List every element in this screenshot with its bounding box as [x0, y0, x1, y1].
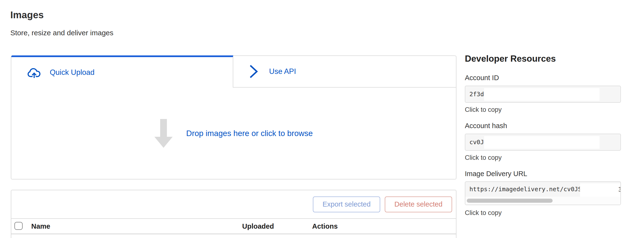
image-delivery-url-label: Image Delivery URL: [465, 170, 527, 178]
redaction-overlay: [484, 136, 600, 149]
image-list-card: Export selected Delete selected Name Upl…: [11, 190, 456, 238]
account-id-label: Account ID: [465, 74, 499, 82]
redaction-overlay: [580, 183, 621, 197]
tab-use-api[interactable]: Use API: [233, 55, 456, 88]
image-delivery-url-field[interactable]: https://imagedelivery.net/cv0JS 3: [465, 181, 621, 205]
chevron-right-icon: [250, 65, 258, 78]
tab-quick-upload-label: Quick Upload: [50, 68, 94, 77]
column-header-name: Name: [31, 222, 50, 230]
page-subtitle: Store, resize and deliver images: [10, 29, 114, 37]
list-toolbar: Export selected Delete selected: [11, 190, 456, 219]
redaction-overlay: [484, 88, 600, 101]
arrow-down-icon: [154, 119, 173, 148]
column-header-uploaded: Uploaded: [242, 222, 274, 230]
dropzone-text: Drop images here or click to browse: [186, 129, 312, 138]
export-selected-button[interactable]: Export selected: [313, 197, 380, 212]
cloud-upload-icon: [26, 66, 42, 79]
page-title: Images: [10, 9, 44, 20]
account-hash-label: Account hash: [465, 122, 507, 130]
account-id-copy-hint: Click to copy: [465, 106, 502, 114]
select-all-checkbox[interactable]: [14, 222, 22, 230]
scrollbar-thumb[interactable]: [467, 199, 552, 203]
tab-use-api-label: Use API: [269, 67, 296, 76]
upload-tabs: Quick Upload Use API: [11, 55, 456, 88]
url-peek-char: 3: [618, 186, 621, 193]
account-hash-copy-hint: Click to copy: [465, 154, 502, 161]
tab-quick-upload[interactable]: Quick Upload: [11, 55, 233, 88]
horizontal-scrollbar: [465, 197, 620, 205]
dropzone[interactable]: Drop images here or click to browse: [11, 88, 456, 179]
developer-resources-title: Developer Resources: [465, 54, 556, 64]
column-header-actions: Actions: [312, 222, 338, 230]
upload-widget: Quick Upload Use API Drop images here or…: [11, 55, 456, 179]
account-id-field[interactable]: 2f3d: [465, 86, 621, 103]
image-delivery-url-copy-hint: Click to copy: [465, 209, 502, 217]
table-header-row: Name Uploaded Actions: [11, 219, 456, 234]
account-hash-field[interactable]: cv0J: [465, 134, 621, 151]
delete-selected-button[interactable]: Delete selected: [385, 197, 452, 212]
